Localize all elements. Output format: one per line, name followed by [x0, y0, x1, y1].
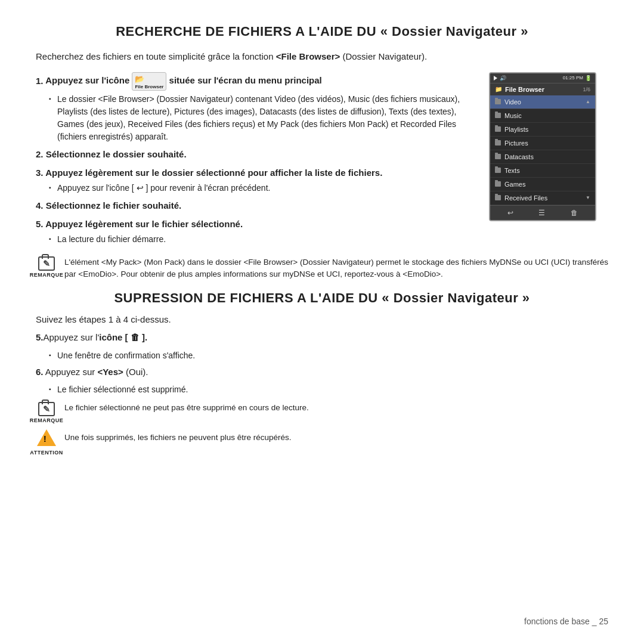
note-1-text: L'élément <My Pack> (Mon Pack) dans le d…	[64, 256, 608, 281]
step-1-text: Appuyez sur l'icône 📂 File Browser situé…	[45, 75, 322, 85]
section2-bullet5: Une fenêtre de confirmation s'affiche.	[49, 349, 608, 362]
intro-paragraph: Recherchez des fichiers en toute simplic…	[36, 50, 608, 64]
note-2-box: ✎ REMARQUE Le fichier sélectionné ne peu…	[36, 402, 608, 423]
warning-box: ATTENTION Une fois supprimés, les fichie…	[36, 432, 608, 453]
warning-text: Une fois supprimés, les fichiers ne peuv…	[64, 432, 608, 444]
device-header: 📁 File Browser 1/6	[490, 83, 595, 95]
page: RECHERCHE DE FICHIERS A L'AIDE DU « Doss…	[0, 0, 644, 644]
section2-step5: 5.Appuyez sur l'icône [ 🗑 ].	[36, 331, 608, 345]
device-header-title: 📁 File Browser	[495, 86, 544, 93]
note-symbol: ✎	[38, 256, 55, 271]
step-5-bullet: La lecture du fichier démarre.	[49, 233, 477, 246]
folder-icon-games	[495, 181, 501, 187]
battery-icon: 🔋	[585, 75, 592, 81]
item-label-texts: Texts	[504, 167, 520, 174]
section1-title: RECHERCHE DE FICHIERS A L'AIDE DU « Doss…	[36, 24, 608, 39]
step-3: 3. Appuyez légèrement sur le dossier sél…	[36, 166, 477, 195]
step-4-number: 4.	[36, 200, 44, 210]
section2-intro1: Suivez les étapes 1 à 4 ci-dessus.	[36, 313, 608, 327]
step-4-text: Sélectionnez le fichier souhaité.	[46, 200, 182, 210]
folder-icon-playlists	[495, 126, 501, 132]
step-4: 4. Sélectionnez le fichier souhaité.	[36, 199, 477, 213]
footer-text: fonctions de base _ 25	[524, 617, 608, 626]
warning-icon: ATTENTION	[36, 432, 57, 453]
file-list: Video ▲ Music Playlists	[490, 95, 595, 205]
device-bottombar: ↩ ☰ 🗑	[490, 205, 595, 220]
step-1-bullet: Le dossier <File Browser> (Dossier Navig…	[49, 93, 477, 143]
topbar-left: 🔊	[494, 75, 506, 81]
footer: fonctions de base _ 25	[524, 617, 608, 626]
step-2-number: 2.	[36, 149, 44, 159]
folder-icon-received	[495, 195, 501, 200]
device-screen-container: 🔊 01:25 PM 🔋 📁 File Browser 1/6	[489, 72, 608, 251]
item-label-datacasts: Datacasts	[504, 153, 534, 160]
item-label-pictures: Pictures	[504, 140, 528, 147]
step-2-text: Sélectionnez le dossier souhaité.	[46, 149, 187, 159]
note-2-icon: ✎ REMARQUE	[36, 402, 57, 423]
list-item-received-files: Received Files ▼	[490, 191, 595, 205]
list-item-texts: Texts	[490, 164, 595, 178]
step-3-number: 3.	[36, 168, 44, 178]
step6-number: 6.	[36, 367, 44, 377]
list-item-playlists: Playlists	[490, 123, 595, 137]
scroll-up-arrow: ▲	[586, 99, 590, 104]
step-3-bullet: Appuyez sur l'icône [ ↩ ] pour revenir à…	[49, 182, 477, 194]
steps-left: 1. Appuyez sur l'icône 📂 File Browser si…	[36, 72, 477, 251]
device-time: 01:25 PM	[563, 75, 583, 80]
step-3-bullets: Appuyez sur l'icône [ ↩ ] pour revenir à…	[49, 182, 477, 194]
device-page-num: 1/6	[583, 86, 590, 92]
folder-icon: 📁	[495, 86, 502, 92]
triangle-warning-icon	[37, 429, 56, 446]
device-screen: 🔊 01:25 PM 🔋 📁 File Browser 1/6	[489, 72, 596, 221]
note-2-symbol: ✎	[38, 402, 55, 416]
topbar-icon: 🔊	[500, 75, 506, 81]
step-5: 5. Appuyez légèrement sur le fichier sél…	[36, 218, 477, 246]
note-1-box: ✎ REMARQUE L'élément <My Pack> (Mon Pack…	[36, 256, 608, 281]
step-5-bullets: La lecture du fichier démarre.	[49, 233, 477, 246]
list-item-video: Video ▲	[490, 95, 595, 109]
item-label-video: Video	[504, 98, 521, 106]
play-icon	[494, 76, 497, 80]
folder-icon-video	[495, 99, 501, 104]
step-1-bullets: Le dossier <File Browser> (Dossier Navig…	[49, 93, 477, 143]
item-label-playlists: Playlists	[504, 126, 528, 133]
back-icon: ↩	[507, 209, 513, 217]
folder-icon-pictures	[495, 140, 501, 145]
scroll-down-arrow: ▼	[586, 195, 590, 200]
menu-icon: ☰	[538, 209, 545, 217]
folder-icon-music	[495, 113, 501, 118]
section2-content: Suivez les étapes 1 à 4 ci-dessus. 5.App…	[36, 313, 608, 397]
device-list: Video ▲ Music Playlists	[490, 95, 595, 205]
list-item-pictures: Pictures	[490, 137, 595, 150]
list-item-datacasts: Datacasts	[490, 150, 595, 164]
section2-bullet6-list: Le fichier sélectionné est supprimé.	[49, 383, 608, 396]
file-browser-bold: <File Browser>	[276, 51, 340, 61]
item-label-received: Received Files	[504, 194, 547, 202]
step-1-number: 1.	[36, 75, 44, 85]
folder-icon-datacasts	[495, 154, 501, 159]
item-label-music: Music	[504, 112, 522, 119]
item-label-games: Games	[504, 181, 525, 188]
section2-bullet5-list: Une fenêtre de confirmation s'affiche.	[49, 349, 608, 362]
file-browser-icon: 📂 File Browser	[132, 72, 166, 91]
step-3-text: Appuyez légèrement sur le dossier sélect…	[45, 168, 382, 178]
section2-step6: 6. Appuyez sur <Yes> (Oui).	[36, 366, 608, 379]
step-5-number: 5.	[36, 219, 44, 229]
delete-icon: 🗑	[571, 209, 578, 217]
note-1-icon: ✎ REMARQUE	[36, 256, 57, 278]
note-2-label: REMARQUE	[30, 417, 64, 423]
device-topbar: 🔊 01:25 PM 🔋	[490, 73, 595, 83]
list-item-music: Music	[490, 109, 595, 123]
warning-label: ATTENTION	[30, 450, 63, 456]
section2-title: SUPRESSION DE FICHIERS A L'AIDE DU « Dos…	[36, 290, 608, 306]
step-5-text: Appuyez légèrement sur le fichier sélect…	[45, 219, 243, 229]
topbar-right: 01:25 PM 🔋	[563, 75, 592, 81]
note-2-text: Le fichier sélectionné ne peut pas être …	[64, 402, 608, 414]
note-1-label: REMARQUE	[30, 272, 64, 278]
step-2: 2. Sélectionnez le dossier souhaité.	[36, 148, 477, 162]
step-1: 1. Appuyez sur l'icône 📂 File Browser si…	[36, 72, 477, 144]
folder-icon-texts	[495, 168, 501, 173]
section2-bullet6: Le fichier sélectionné est supprimé.	[49, 383, 608, 396]
steps-area: 1. Appuyez sur l'icône 📂 File Browser si…	[36, 72, 608, 251]
list-item-games: Games	[490, 178, 595, 191]
